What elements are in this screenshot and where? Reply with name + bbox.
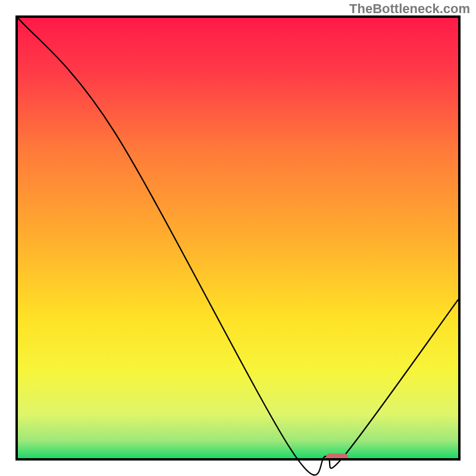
chart-container: TheBottleneck.com [0, 0, 476, 476]
watermark-text: TheBottleneck.com [349, 1, 470, 17]
bottleneck-chart [0, 0, 476, 476]
